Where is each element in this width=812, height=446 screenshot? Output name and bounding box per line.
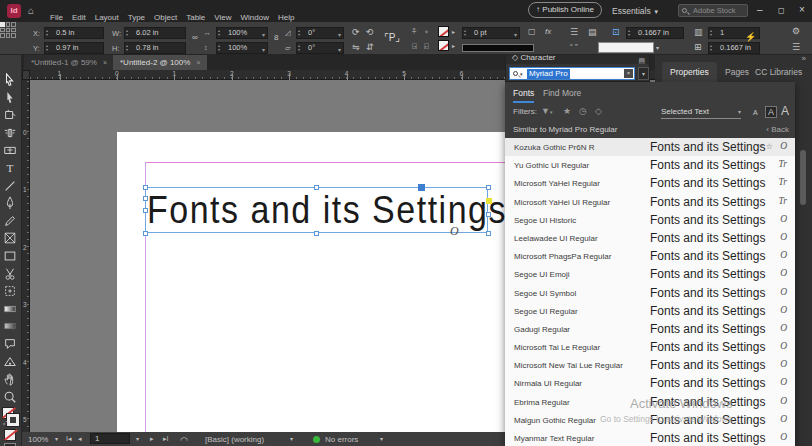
adobe-stock-search[interactable]: Adobe Stock [678, 4, 748, 17]
shear-input[interactable]: ▴▾0°▾ [296, 42, 344, 54]
panel-menu-icon[interactable]: ▤ [638, 54, 645, 67]
constrain-scale-icon[interactable]: 8 [274, 33, 278, 42]
constrain-wh-icon[interactable]: ∞ [192, 33, 198, 42]
x-input[interactable]: ▴▾0.5 in [44, 27, 104, 39]
zoom-dd-icon[interactable]: ▾ [55, 435, 58, 442]
font-row[interactable]: Segoe UI Historic Fonts and its Settings… [505, 211, 795, 229]
rotation-input[interactable]: ▴▾0°▾ [296, 27, 344, 39]
gradient-swatch-tool[interactable] [3, 302, 19, 318]
sample-text-select[interactable]: Selected Text▾ [661, 107, 741, 119]
menu-object[interactable]: Object [154, 13, 177, 22]
corner-options-handle[interactable] [486, 198, 492, 204]
menu-type[interactable]: Type [128, 13, 145, 22]
workspace-switcher[interactable]: Essentials ▼ [612, 6, 659, 16]
reference-point-proxy[interactable] [0, 22, 16, 38]
favorites-icon[interactable]: ★ [563, 106, 571, 116]
free-transform-tool[interactable] [3, 284, 19, 300]
panel-options-icon[interactable]: ☰ [792, 42, 800, 52]
last-page-icon[interactable]: ▸Ι [163, 435, 168, 443]
rotate-ccw-icon[interactable]: ⟲ [366, 27, 374, 37]
menu-layout[interactable]: Layout [95, 13, 119, 22]
recent-icon[interactable]: ◷ [579, 106, 587, 116]
type-tool[interactable] [3, 161, 19, 177]
content-grabber[interactable] [418, 184, 425, 191]
close-tab-icon[interactable]: × [103, 59, 107, 66]
menu-table[interactable]: Table [186, 13, 205, 22]
object-style-select[interactable] [598, 42, 654, 53]
inset-input[interactable]: ▴▾0.1667 in [626, 27, 684, 39]
fill-flyout-arrow[interactable]: ▸ [452, 28, 455, 35]
quick-actions-icon[interactable]: ⚡ [745, 32, 756, 42]
errors-dd-icon[interactable]: ▾ [380, 435, 383, 442]
sample-size-medium[interactable]: A [765, 106, 777, 118]
tab-fonts[interactable]: Fonts [513, 88, 534, 103]
gear-icon[interactable]: ⚙ [792, 26, 800, 36]
y-input[interactable]: ▴▾0.97 in [44, 42, 104, 54]
dock-scrollbar[interactable] [800, 150, 806, 205]
restore-button[interactable]: ◻ [778, 6, 785, 15]
next-page-icon[interactable]: ▸ [150, 435, 154, 443]
font-row[interactable]: Segoe UI Regular Fonts and its Settings … [505, 302, 795, 320]
menu-file[interactable]: File [50, 13, 63, 22]
scale-x-input[interactable]: ▴▾100%▾ [216, 27, 268, 39]
page-number-input[interactable]: 1 [90, 433, 130, 444]
page-tool[interactable] [3, 108, 19, 124]
handle-top-left[interactable] [143, 185, 148, 190]
close-tab-icon[interactable]: × [196, 59, 200, 66]
object-style-dd[interactable]: ▾ [656, 44, 659, 51]
tab-properties[interactable]: Properties [670, 67, 709, 77]
font-row[interactable]: Microsoft YaHei Regular Fonts and its Se… [505, 174, 795, 192]
error-status[interactable]: No errors [325, 435, 358, 444]
preflight-dd-icon[interactable]: ▾ [290, 435, 293, 442]
handle-bottom-mid[interactable] [314, 231, 319, 236]
content-collector-tool[interactable] [3, 143, 19, 159]
handle-bottom-left[interactable] [143, 231, 148, 236]
tab-cc-libraries[interactable]: CC Libraries [755, 67, 802, 77]
publish-online-button[interactable]: ↑ Publish Online [528, 2, 602, 18]
rotate-cw-icon[interactable]: ⟳ [352, 27, 360, 37]
scissors-tool[interactable] [3, 267, 19, 283]
sample-size-small[interactable]: A [753, 109, 758, 116]
first-page-icon[interactable]: Ι◂ [66, 435, 71, 443]
effects-icon[interactable]: fx [545, 27, 551, 36]
gradient-feather-tool[interactable] [3, 319, 19, 335]
font-row[interactable]: Microsoft PhagsPa Regular Fonts and its … [505, 247, 795, 265]
stroke-flyout-arrow[interactable]: ▸ [452, 42, 455, 49]
handle-mid-left[interactable] [143, 208, 148, 213]
frame-inset-icon[interactable]: ⊡ [612, 27, 620, 37]
tab-pages[interactable]: Pages [725, 67, 749, 77]
selection-tool[interactable] [3, 73, 19, 89]
page-dd-icon[interactable]: ▾ [136, 435, 139, 442]
height-input[interactable]: ▴▾0.78 in [124, 42, 186, 54]
sample-size-large[interactable]: A [781, 104, 789, 118]
stroke-weight-input[interactable]: ▴▾0 pt▾ [462, 27, 520, 39]
wrap-bounding-icon[interactable]: ▤ [588, 27, 597, 37]
font-row[interactable]: Myanmar Text Regular Fonts and its Setti… [505, 429, 795, 446]
stroke-style-select[interactable] [462, 44, 534, 52]
fill-swatch[interactable] [438, 26, 449, 37]
select-container-icon[interactable]: ⌜P⌟ [384, 32, 400, 43]
scale-y-input[interactable]: ▴▾100%▾ [216, 42, 268, 54]
select-content-icon[interactable]: ⍏ [412, 27, 417, 37]
font-row[interactable]: Segoe UI Symbol Fonts and its Settings O [505, 284, 795, 302]
zoom-level[interactable]: 100% [28, 435, 48, 444]
clear-search-icon[interactable]: × [624, 69, 633, 78]
direct-selection-tool[interactable] [3, 91, 19, 107]
select-last-icon[interactable]: ⍇ [424, 42, 429, 52]
doc-tab-untitled-1[interactable]: *Untitled-1 @ 59%× [24, 55, 114, 70]
menu-view[interactable]: View [214, 13, 231, 22]
text-out-port[interactable] [486, 212, 491, 217]
menu-window[interactable]: Window [241, 13, 269, 22]
line-tool[interactable] [3, 179, 19, 195]
note-tool[interactable] [3, 337, 19, 353]
home-icon[interactable]: ⌂ [28, 5, 34, 16]
font-row[interactable]: Gadugi Regular Fonts and its Settings O [505, 320, 795, 338]
zoom-tool[interactable] [3, 390, 19, 406]
pencil-tool[interactable] [3, 214, 19, 230]
corner-options-icon[interactable]: ▢ [528, 27, 536, 36]
font-row[interactable]: Nirmala UI Regular Fonts and its Setting… [505, 374, 795, 392]
menu-edit[interactable]: Edit [72, 13, 86, 22]
rectangle-tool[interactable] [3, 249, 19, 265]
back-button[interactable]: ‹ Back [766, 125, 789, 134]
font-row[interactable]: Microsoft YaHei UI Regular Fonts and its… [505, 193, 795, 211]
